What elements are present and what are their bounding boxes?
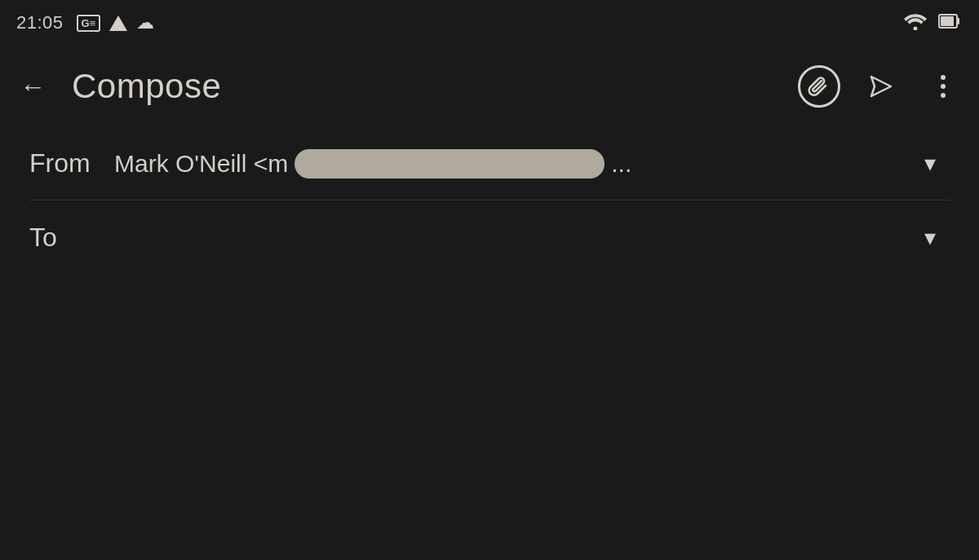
from-sender-name: Mark O'Neill <m bbox=[114, 150, 288, 178]
back-button[interactable]: ← bbox=[13, 67, 52, 106]
from-row: From Mark O'Neill <m... ▾ bbox=[29, 127, 950, 201]
app-bar: ← Compose bbox=[0, 46, 979, 127]
dot-icon bbox=[941, 84, 946, 89]
status-bar-right bbox=[904, 12, 959, 33]
from-label: From bbox=[29, 148, 95, 179]
svg-point-1 bbox=[914, 27, 918, 31]
attach-icon bbox=[798, 65, 840, 108]
to-row: To ▾ bbox=[29, 201, 950, 274]
compose-form: From Mark O'Neill <m... ▾ To ▾ bbox=[0, 127, 979, 274]
send-icon bbox=[866, 72, 896, 101]
to-label: To bbox=[29, 223, 95, 253]
back-arrow-icon: ← bbox=[20, 73, 46, 99]
ge-news-icon: G≡ bbox=[77, 15, 101, 32]
battery-icon bbox=[938, 12, 959, 33]
more-options-button[interactable] bbox=[920, 64, 966, 109]
to-dropdown-button[interactable]: ▾ bbox=[910, 218, 950, 257]
dot-icon bbox=[941, 75, 946, 80]
status-bar: 21:05 G≡ ☁ bbox=[0, 0, 979, 46]
send-button[interactable] bbox=[858, 64, 904, 109]
time-display: 21:05 bbox=[16, 12, 64, 33]
status-bar-left: 21:05 G≡ ☁ bbox=[16, 12, 154, 33]
notification-icons: G≡ ☁ bbox=[77, 12, 155, 33]
svg-marker-0 bbox=[109, 15, 127, 31]
dot-icon bbox=[941, 93, 946, 98]
from-dropdown-button[interactable]: ▾ bbox=[910, 144, 950, 183]
attach-button[interactable] bbox=[796, 64, 842, 109]
wifi-icon bbox=[904, 12, 927, 33]
from-value: Mark O'Neill <m... bbox=[114, 149, 891, 179]
from-ellipsis: ... bbox=[611, 150, 631, 178]
chevron-down-icon: ▾ bbox=[924, 224, 936, 251]
svg-rect-3 bbox=[957, 18, 959, 24]
drive-icon bbox=[109, 15, 128, 32]
cloud-icon: ☁ bbox=[136, 12, 154, 33]
page-title: Compose bbox=[72, 67, 777, 106]
svg-rect-4 bbox=[941, 16, 954, 26]
app-bar-actions bbox=[796, 64, 966, 109]
svg-marker-5 bbox=[871, 77, 891, 96]
email-redacted bbox=[295, 149, 605, 179]
chevron-down-icon: ▾ bbox=[924, 150, 936, 177]
